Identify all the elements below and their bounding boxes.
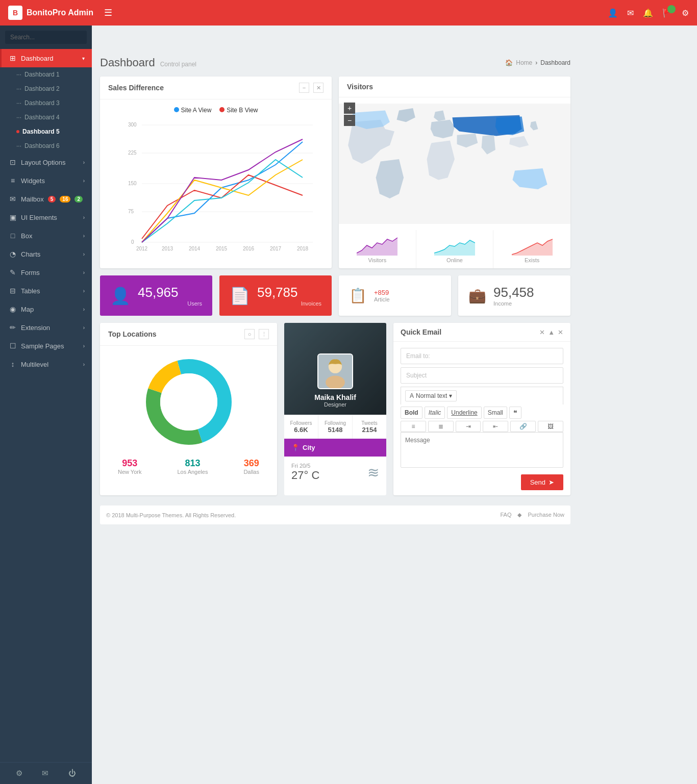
sidebar-item-mailbox[interactable]: ✉ Mailbox 5 16 2: [0, 190, 92, 208]
settings-icon[interactable]: ⚙: [682, 8, 689, 18]
subject-input[interactable]: [401, 367, 563, 384]
bold-btn[interactable]: Bold: [401, 407, 422, 419]
link-btn[interactable]: 🔗: [510, 421, 536, 432]
sidebar-label-charts: Charts: [21, 250, 40, 258]
exists-label: Exists: [499, 257, 565, 263]
email-card-title: Quick Email: [401, 328, 441, 336]
sidebar-label-widgets: Widgets: [21, 177, 45, 185]
users-label: Users: [138, 300, 202, 307]
world-map-svg: [339, 97, 570, 230]
sales-card-controls: − ✕: [299, 83, 323, 93]
weather-temp: 27° C: [291, 469, 319, 482]
underline-btn[interactable]: Underline: [447, 407, 481, 419]
sidebar-item-dashboard2[interactable]: ··· Dashboard 2: [16, 82, 92, 96]
svg-text:300: 300: [128, 122, 137, 128]
layout: ⊞ Dashboard ▾ ··· Dashboard 1 ··· Dashbo…: [0, 26, 697, 784]
location-pin-icon: 📍: [291, 444, 300, 451]
page-title: Dashboard: [100, 56, 155, 69]
quote-btn[interactable]: ❝: [509, 407, 521, 419]
sidebar-item-dashboard[interactable]: ⊞ Dashboard ▾: [0, 49, 92, 67]
multilevel-icon: ↕: [9, 360, 17, 368]
sidebar-item-charts[interactable]: ◔ Charts ›: [0, 245, 92, 263]
sidebar-item-map[interactable]: ◉ Map ›: [0, 300, 92, 318]
sidebar-item-dashboard6[interactable]: ··· Dashboard 6: [16, 139, 92, 153]
list-ul-btn[interactable]: ≡: [401, 421, 426, 432]
profile-bg: Maika Khalif Designer: [284, 323, 386, 415]
sidebar-item-ui[interactable]: ▣ UI Elements ›: [0, 208, 92, 226]
map-zoom-controls: + −: [344, 103, 355, 127]
footer-mail-icon[interactable]: ✉: [42, 769, 48, 778]
italic-btn[interactable]: Italic: [425, 407, 445, 419]
list-ol-btn[interactable]: ≣: [428, 421, 454, 432]
chevron-right-icon3: ›: [83, 215, 85, 220]
mail-icon[interactable]: ✉: [627, 8, 634, 18]
la-num: 813: [177, 458, 208, 469]
sidebar-label-box: Box: [21, 232, 32, 240]
locations-menu-btn[interactable]: ⋮: [259, 329, 269, 339]
menu-toggle[interactable]: ☰: [104, 7, 112, 18]
flag-icon[interactable]: 🚩: [662, 8, 673, 18]
email-to-input[interactable]: [401, 348, 563, 364]
sidebar-item-layout[interactable]: ⊡ Layout Options ›: [0, 153, 92, 171]
mail-badge-red: 5: [48, 196, 56, 203]
sidebar: ⊞ Dashboard ▾ ··· Dashboard 1 ··· Dashbo…: [0, 26, 92, 784]
sidebar-item-dashboard5[interactable]: Dashboard 5: [16, 124, 92, 139]
sidebar-item-extension[interactable]: ✏ Extension ›: [0, 318, 92, 337]
chevron-right-icon9: ›: [83, 325, 85, 331]
footer-faq-link[interactable]: FAQ: [500, 512, 511, 518]
svg-marker-19: [434, 240, 475, 256]
sales-minimize-btn[interactable]: −: [299, 83, 309, 93]
loc-stats: 953 New York 813 Los Angeles 369 Dallas: [100, 453, 277, 480]
sidebar-item-dashboard3[interactable]: ··· Dashboard 3: [16, 96, 92, 110]
tables-icon: ⊟: [9, 287, 17, 295]
message-textarea[interactable]: [401, 432, 563, 468]
footer-settings-icon[interactable]: ⚙: [16, 769, 22, 778]
small-btn[interactable]: Small: [484, 407, 507, 419]
bell-icon[interactable]: 🔔: [643, 8, 653, 18]
newyork-num: 953: [118, 458, 141, 469]
breadcrumb-current: Dashboard: [540, 59, 570, 66]
send-icon: ➤: [549, 478, 554, 486]
chevron-down-icon: ▾: [82, 56, 85, 61]
email-min-btn[interactable]: ✕: [558, 328, 563, 336]
chevron-right-icon10: ›: [83, 343, 85, 349]
format-select[interactable]: A Normal text ▾: [405, 390, 457, 401]
sidebar-item-widgets[interactable]: ≡ Widgets ›: [0, 171, 92, 190]
user-icon[interactable]: 👤: [608, 8, 618, 18]
send-button[interactable]: Send ➤: [521, 474, 563, 490]
sidebar-item-box[interactable]: □ Box ›: [0, 226, 92, 245]
outdent-btn[interactable]: ⇤: [483, 421, 508, 432]
editor-toolbar-row2: ≡ ≣ ⇥ ⇤ 🔗 🖼: [401, 421, 563, 432]
image-btn[interactable]: 🖼: [538, 421, 563, 432]
locations-refresh-btn[interactable]: ○: [244, 329, 255, 339]
page-subtitle: Control panel: [160, 61, 196, 68]
tweets-stat: Tweets 2154: [353, 415, 386, 439]
email-close-btn[interactable]: ✕: [539, 328, 545, 336]
page-header: Dashboard Control panel 🏠 Home › Dashboa…: [100, 56, 570, 69]
search-input[interactable]: [5, 31, 87, 44]
sidebar-item-forms[interactable]: ✎ Forms ›: [0, 263, 92, 282]
footer-power-icon[interactable]: ⏻: [68, 769, 76, 778]
email-up-btn[interactable]: ▲: [548, 328, 555, 336]
sidebar-label-extension: Extension: [21, 324, 50, 332]
stat-boxes-row: 👤 45,965 Users 📄 59,785 Invoices 📋 +859 …: [100, 275, 570, 316]
sidebar-item-sample[interactable]: ☐ Sample Pages ›: [0, 337, 92, 355]
svg-text:150: 150: [128, 181, 137, 186]
footer-purchase-link[interactable]: Purchase Now: [528, 512, 564, 518]
brand-name: BonitoPro Admin: [27, 8, 93, 17]
sidebar-item-dashboard1[interactable]: ··· Dashboard 1: [16, 67, 92, 82]
breadcrumb-home-link[interactable]: Home: [516, 59, 532, 66]
sidebar-item-dashboard4[interactable]: ··· Dashboard 4: [16, 110, 92, 124]
chevron-right-icon5: ›: [83, 251, 85, 257]
map-zoom-in[interactable]: +: [344, 103, 355, 114]
indent-btn[interactable]: ⇥: [456, 421, 481, 432]
map-zoom-out[interactable]: −: [344, 115, 355, 126]
donut-chart: [143, 356, 235, 448]
sidebar-item-tables[interactable]: ⊟ Tables ›: [0, 282, 92, 300]
visitors-stats: Visitors Online: [339, 230, 570, 268]
sidebar-item-multilevel[interactable]: ↕ Multilevel ›: [0, 355, 92, 373]
sales-close-btn[interactable]: ✕: [313, 83, 323, 93]
bottom-row: Top Locations ○ ⋮: [100, 323, 570, 495]
svg-text:2016: 2016: [243, 246, 255, 251]
profile-name: Maika Khalif: [314, 393, 356, 401]
